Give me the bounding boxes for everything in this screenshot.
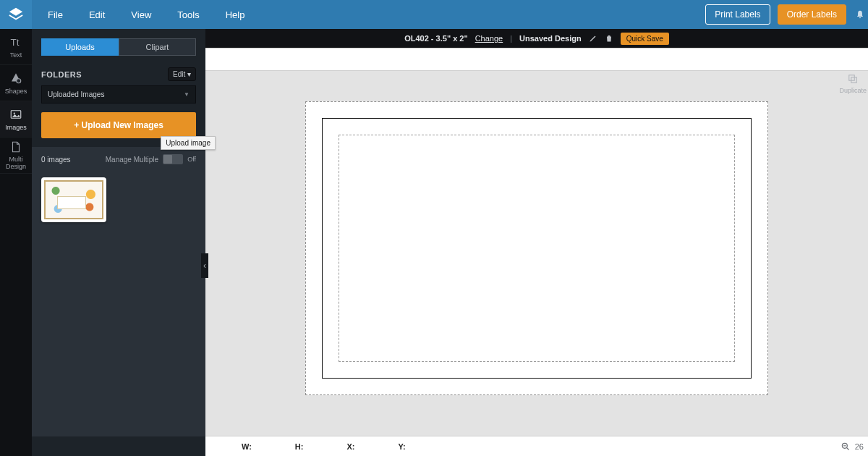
canvas-area: OL402 - 3.5" x 2" Change | Unsaved Desig… — [205, 29, 868, 456]
image-count-label: 0 images — [41, 156, 71, 164]
folders-heading: FOLDERS — [41, 70, 82, 79]
image-thumbnail[interactable] — [41, 177, 106, 222]
x-label: X: — [346, 442, 354, 451]
upload-tooltip: Upload image — [161, 136, 216, 150]
image-icon — [9, 108, 22, 121]
quick-save-button[interactable]: Quick Save — [621, 33, 669, 45]
tool-shapes[interactable]: Shapes — [0, 65, 32, 101]
panel-collapse-handle[interactable]: ‹ — [201, 253, 208, 278]
duplicate-button[interactable]: Duplicate — [839, 72, 867, 94]
zoom-out-icon[interactable] — [841, 442, 851, 452]
app-logo[interactable] — [0, 0, 32, 29]
ruler-bar — [205, 48, 868, 71]
bottom-bar: W: H: X: Y: 26 — [205, 436, 868, 456]
folders-edit-dropdown[interactable]: Edit ▾ — [168, 67, 196, 81]
tool-shapes-label: Shapes — [5, 88, 27, 95]
tab-clipart[interactable]: Clipart — [119, 38, 196, 56]
tool-multi-label: Multi Design — [0, 156, 32, 171]
pencil-icon[interactable] — [589, 34, 597, 43]
width-label: W: — [242, 442, 252, 451]
height-label: H: — [295, 442, 304, 451]
y-label: Y: — [398, 442, 405, 451]
tool-images-label: Images — [5, 124, 27, 131]
print-labels-button[interactable]: Print Labels — [705, 4, 770, 25]
svg-point-4 — [14, 112, 15, 114]
tool-images[interactable]: Images — [0, 101, 32, 138]
menu-tools[interactable]: Tools — [177, 9, 199, 20]
design-name: Unsaved Design — [519, 34, 582, 43]
chevron-down-icon: ▼ — [184, 91, 190, 98]
label-boundary — [322, 118, 752, 379]
menu-help[interactable]: Help — [226, 9, 245, 20]
document-icon — [9, 140, 22, 153]
bleed-guide — [305, 101, 768, 395]
menu-view[interactable]: View — [131, 9, 151, 20]
bell-icon[interactable] — [855, 9, 865, 20]
chevron-left-icon: ‹ — [203, 261, 206, 271]
tool-multi-design[interactable]: Multi Design — [0, 138, 32, 174]
svg-text:Tt: Tt — [11, 36, 20, 47]
order-labels-button[interactable]: Order Labels — [778, 4, 846, 25]
upload-new-images-button[interactable]: + Upload New Images — [41, 112, 196, 138]
tool-text-label: Text — [10, 51, 22, 59]
right-toolbar: Duplicate — [839, 72, 867, 94]
menu-file[interactable]: File — [48, 9, 63, 20]
tool-text[interactable]: Tt Text — [0, 29, 32, 65]
panel-tabs: Uploads Clipart — [41, 38, 196, 56]
folder-select[interactable]: Uploaded Images ▼ — [41, 85, 196, 104]
safe-zone-guide — [339, 135, 735, 362]
trash-icon[interactable] — [605, 34, 613, 43]
text-icon: Tt — [9, 35, 22, 48]
side-panel: Uploads Clipart FOLDERS Edit ▾ Uploaded … — [32, 29, 205, 456]
separator: | — [510, 34, 512, 43]
panel-lower: 0 images Manage Multiple Off — [32, 147, 205, 436]
design-surface[interactable] — [242, 101, 832, 434]
menu-edit[interactable]: Edit — [89, 9, 105, 20]
duplicate-label: Duplicate — [839, 87, 867, 94]
shapes-icon — [9, 72, 22, 85]
svg-rect-6 — [851, 77, 857, 83]
tool-strip: Tt Text Shapes Images Multi Design — [0, 29, 32, 456]
manage-multiple-toggle[interactable] — [163, 154, 183, 164]
menu-bar: File Edit View Tools Help — [48, 9, 244, 20]
toggle-off-label: Off — [187, 156, 196, 163]
tab-uploads[interactable]: Uploads — [41, 38, 119, 56]
info-bar: OL402 - 3.5" x 2" Change | Unsaved Desig… — [205, 29, 868, 48]
folder-select-value: Uploaded Images — [48, 90, 104, 98]
layers-icon — [8, 7, 24, 22]
duplicate-icon — [846, 72, 859, 85]
zoom-value: 26 — [855, 442, 864, 451]
thumbnail-preview — [44, 180, 103, 219]
product-label: OL402 - 3.5" x 2" — [404, 34, 467, 43]
top-bar: File Edit View Tools Help Print Labels O… — [0, 0, 868, 29]
manage-multiple-label: Manage Multiple — [106, 156, 158, 164]
change-product-link[interactable]: Change — [475, 34, 503, 43]
svg-point-2 — [17, 78, 21, 83]
svg-rect-5 — [849, 75, 855, 81]
